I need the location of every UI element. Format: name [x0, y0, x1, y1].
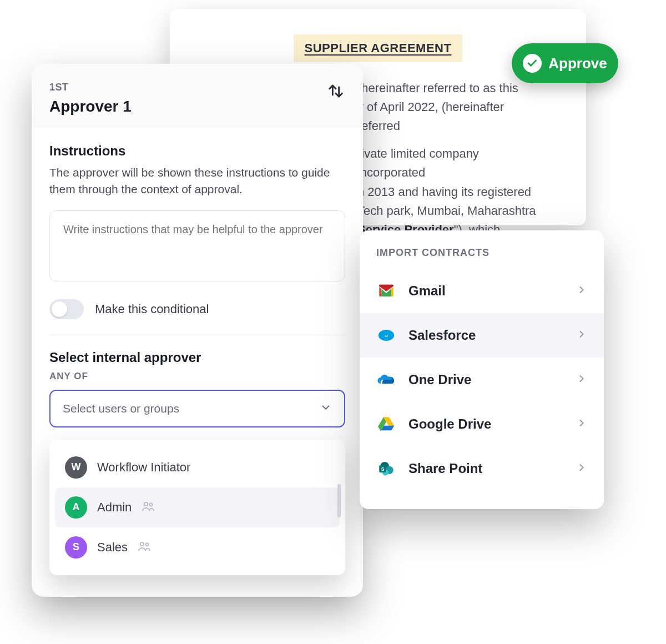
approve-label: Approve [548, 55, 607, 72]
approve-button[interactable]: Approve [512, 43, 618, 83]
svg-point-3 [145, 543, 148, 546]
import-item-label: One Drive [408, 372, 471, 388]
import-item-label: Google Drive [408, 416, 491, 432]
option-label: Workflow Initiator [97, 460, 190, 475]
conditional-label: Make this conditional [95, 302, 209, 316]
svg-text:sf: sf [385, 334, 387, 338]
select-approver-heading: Select internal approver [49, 350, 345, 365]
import-item-label: Salesforce [408, 328, 476, 343]
approver-dropdown: W Workflow Initiator A Admin S Sales [49, 440, 345, 575]
avatar: A [65, 496, 87, 519]
dropdown-option[interactable]: A Admin [55, 487, 340, 527]
scrollbar[interactable] [337, 484, 341, 517]
approver-title: Approver 1 [49, 98, 132, 115]
chevron-down-icon [320, 401, 332, 416]
svg-text:S: S [381, 466, 385, 472]
chevron-right-icon [576, 373, 587, 386]
select-placeholder: Select users or groups [63, 402, 179, 415]
gdrive-icon [376, 414, 396, 434]
svg-point-0 [144, 502, 148, 506]
sort-icon[interactable] [326, 82, 345, 103]
dropdown-option[interactable]: W Workflow Initiator [55, 447, 340, 487]
import-item-gdrive[interactable]: Google Drive [360, 402, 604, 446]
import-item-salesforce[interactable]: sf Salesforce [360, 313, 604, 358]
group-icon [142, 500, 155, 515]
import-item-onedrive[interactable]: One Drive [360, 358, 604, 402]
import-item-label: Gmail [408, 283, 446, 299]
approver-panel: 1ST Approver 1 Instructions The approver… [32, 64, 363, 597]
approver-step: 1ST [49, 82, 132, 93]
instructions-input[interactable] [49, 210, 345, 281]
avatar: W [65, 456, 87, 479]
document-title: SUPPLIER AGREEMENT [294, 34, 463, 62]
dropdown-option[interactable]: S Sales [55, 527, 340, 567]
avatar: S [65, 536, 87, 559]
conditional-toggle[interactable] [49, 299, 84, 319]
chevron-right-icon [576, 462, 587, 475]
instructions-heading: Instructions [49, 143, 345, 159]
import-item-gmail[interactable]: Gmail [360, 269, 604, 313]
sharepoint-icon: S [376, 459, 396, 479]
instructions-desc: The approver will be shown these instruc… [49, 164, 345, 198]
gmail-icon [376, 281, 396, 301]
chevron-right-icon [576, 329, 587, 342]
salesforce-icon: sf [376, 325, 396, 345]
chevron-right-icon [576, 284, 587, 298]
import-panel: IMPORT CONTRACTS Gmail sf Salesforce One… [360, 230, 604, 509]
group-icon [138, 540, 151, 555]
chevron-right-icon [576, 417, 587, 431]
check-circle-icon [523, 54, 542, 73]
option-label: Sales [97, 540, 128, 555]
onedrive-icon [376, 370, 396, 390]
any-of-label: ANY OF [49, 371, 345, 382]
svg-point-2 [140, 542, 144, 546]
svg-point-1 [150, 503, 153, 506]
option-label: Admin [97, 500, 132, 515]
approver-select[interactable]: Select users or groups [49, 390, 345, 427]
import-heading: IMPORT CONTRACTS [360, 230, 604, 269]
import-item-sharepoint[interactable]: S Share Point [360, 446, 604, 491]
import-item-label: Share Point [408, 461, 482, 476]
